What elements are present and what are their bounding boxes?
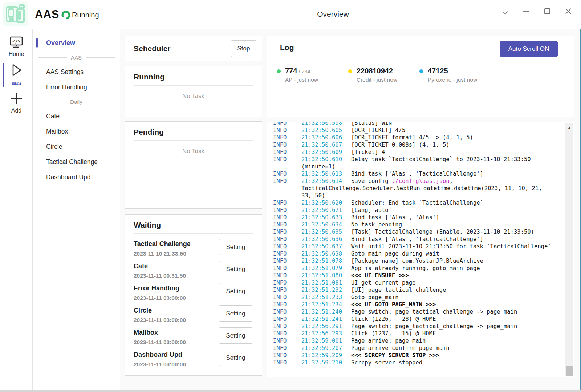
app-name: AAS	[35, 8, 59, 21]
log-line: INFO21:32:50.609[Ticket] 4	[273, 148, 565, 156]
window-right-edge	[580, 29, 581, 392]
pending-card: Pending No Task	[125, 121, 262, 209]
stat-dot-icon	[348, 69, 352, 73]
log-level: INFO	[273, 177, 301, 185]
log-message: [Ticket] 4	[346, 148, 565, 156]
log-line: INFO21:32:51.079App is already running, …	[273, 265, 565, 272]
stat-suffix: / 234	[297, 69, 310, 74]
divider-line	[86, 57, 115, 58]
divider	[134, 233, 253, 234]
close-button[interactable]	[564, 7, 573, 16]
svg-text:</>: </>	[12, 39, 20, 44]
task-setting-button[interactable]: Setting	[219, 327, 252, 344]
nav-item-error-handling[interactable]: Error Handling	[33, 79, 120, 95]
log-message: Page arrive confirm page_main	[346, 344, 565, 352]
rail-item-add[interactable]: Add	[0, 91, 33, 114]
window-bottom-edge	[0, 390, 581, 392]
nav-item-tactical-challenge[interactable]: Tactical Challenge	[33, 154, 120, 170]
nav-section-aas: AAS	[33, 50, 120, 64]
status-label: Running	[72, 11, 99, 19]
log-level: INFO	[273, 170, 301, 177]
log-timestamp: 21:32:51.233	[301, 294, 346, 301]
nav-item-overview[interactable]: Overview	[33, 35, 120, 50]
log-timestamp: 21:32:50.606	[301, 134, 346, 141]
maximize-button[interactable]	[543, 7, 552, 16]
scheduler-stop-button[interactable]: Stop	[231, 40, 256, 57]
waiting-title: Waiting	[134, 221, 161, 229]
log-timestamp: 21:32:51.241	[301, 315, 346, 323]
running-title: Running	[134, 73, 164, 81]
log-line: INFO21:32:51.241Click (1226, 28) @ HOME	[273, 315, 565, 323]
pending-title: Pending	[134, 128, 164, 136]
log-timestamp: 21:32:51.234	[301, 301, 346, 308]
log-level: INFO	[273, 221, 301, 228]
waiting-task-mailbox: Mailbox2023-11-11 03:00:00Setting	[134, 326, 253, 348]
nav-item-dashboard-upd[interactable]: Dashboard Upd	[33, 170, 120, 185]
log-line: INFO21:32:50.636Bind task ['Alas', 'Tact…	[273, 236, 565, 243]
log-level: INFO	[273, 315, 301, 323]
log-header: Log Auto Scroll ON	[267, 36, 574, 61]
log-timestamp: 21:32:50.605	[301, 127, 346, 134]
nav-item-aas-settings[interactable]: AAS Settings	[33, 64, 120, 79]
task-setting-button[interactable]: Setting	[219, 350, 252, 366]
download-update-button[interactable]	[500, 7, 510, 16]
log-message: UI get current page	[346, 279, 565, 286]
task-setting-button[interactable]: Setting	[219, 239, 252, 255]
log-timestamp: 21:32:50.621	[301, 207, 346, 214]
log-message: Goto main page during wait	[346, 250, 565, 257]
scrollbar-thumb[interactable]	[566, 366, 573, 376]
log-message: Page switch: page_tactical_challenge -> …	[346, 308, 565, 315]
task-setting-button[interactable]: Setting	[219, 305, 252, 322]
task-setting-button[interactable]: Setting	[219, 261, 252, 277]
log-scrollbar[interactable]: ▲	[565, 123, 573, 376]
log-line: INFO21:32:50.633Bind task ['Alas', 'Alas…	[273, 214, 565, 221]
nav-item-circle[interactable]: Circle	[33, 139, 120, 154]
log-message: 33, 50)	[301, 192, 565, 199]
log-timestamp: 21:32:50.610	[301, 156, 346, 163]
rail-label-aas: aas	[12, 80, 21, 86]
log-line: INFO21:32:59.209<<< SCRCPY SERVER STOP >…	[273, 352, 565, 359]
log-line: INFO21:32:56.293Click (1237, 15) @ HOME	[273, 330, 565, 337]
titlebar: AAS Running Overview	[0, 0, 581, 28]
window-controls	[500, 7, 573, 16]
stat-label: Pyroxene - just now	[428, 77, 477, 83]
divider-line	[38, 102, 66, 102]
log-level	[273, 163, 301, 170]
log-lines: INFO21:32:50.598[Status] WININFO21:32:50…	[273, 122, 565, 366]
log-message: [OCR_TICKET 0.008s] (4, 1, 5)	[346, 141, 565, 148]
log-line: INFO21:32:59.207Page arrive confirm page…	[273, 344, 565, 352]
log-line: INFO21:32:51.080<<< UI ENSURE >>>	[273, 272, 565, 279]
log-level: INFO	[273, 308, 301, 315]
log-timestamp: 21:32:51.232	[301, 286, 346, 294]
plus-icon	[9, 91, 24, 106]
task-setting-button[interactable]: Setting	[219, 283, 252, 299]
rail-label-add: Add	[11, 107, 21, 114]
nav-item-mailbox[interactable]: Mailbox	[33, 124, 120, 139]
rail-item-home[interactable]: </> Home	[0, 36, 33, 57]
log-output-panel[interactable]: INFO21:32:50.598[Status] WININFO21:32:50…	[267, 122, 574, 377]
log-line: INFO21:32:50.635[Task] TacticalChallenge…	[273, 228, 565, 236]
scheduler-card: Scheduler Stop	[125, 36, 262, 61]
scrollbar-up-arrow-icon[interactable]: ▲	[565, 126, 573, 130]
rail-item-aas[interactable]: aas	[0, 62, 33, 86]
log-message: [OCR_TICKET format] 4/5 -> (4, 1, 5)	[346, 134, 565, 141]
log-message: Goto page_main	[346, 294, 565, 301]
auto-scroll-toggle-button[interactable]: Auto Scroll ON	[500, 41, 558, 57]
log-message: [UI] page_tactical_challenge	[346, 286, 565, 294]
log-line: INFO21:32:50.598[Status] WIN	[273, 122, 565, 127]
log-timestamp: 21:32:56.293	[301, 330, 346, 337]
log-line: TacticalChallenge.Scheduler.NextRun=date…	[273, 185, 565, 192]
log-message: Page arrive: page_main	[346, 337, 565, 344]
log-message: [OCR_TICKET] 4/5	[346, 127, 565, 134]
log-line: INFO21:32:50.621[Lang] auto	[273, 207, 565, 214]
log-message: [Task] TacticalChallenge (Enable, 2023-1…	[346, 228, 565, 236]
log-level: INFO	[273, 323, 301, 330]
nav-item-cafe[interactable]: Cafe	[33, 109, 120, 124]
log-line: (minute=1)	[273, 163, 565, 170]
log-timestamp: 21:32:50.634	[301, 221, 346, 228]
waiting-task-cafe: Cafe2023-11-11 00:31:50Setting	[134, 259, 253, 281]
log-level: INFO	[273, 265, 301, 272]
log-message: Wait until 2023-11-10 21:33:50 for task …	[346, 243, 565, 250]
minimize-button[interactable]	[521, 7, 531, 16]
divider	[134, 85, 253, 86]
